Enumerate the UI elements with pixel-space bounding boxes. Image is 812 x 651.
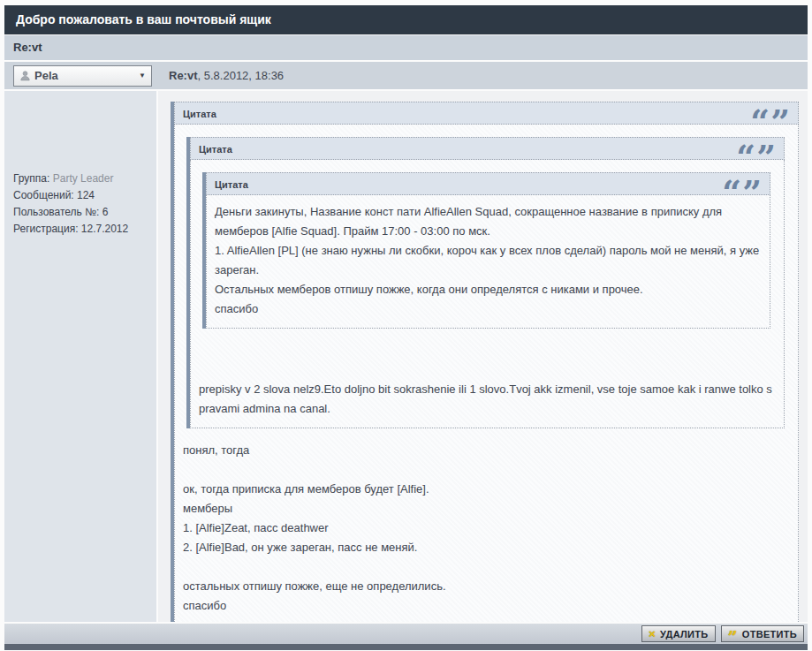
user-info-row: Регистрация: 12.7.2012 [13, 221, 151, 238]
quote-block-level1: Цитата “” Цитата “” Цитата [171, 102, 799, 622]
quote-block-level3: Цитата “” Деньги закинуты, Название конс… [202, 172, 770, 329]
reply-button[interactable]: ” ОТВЕТИТЬ [721, 625, 804, 642]
quote-label: Цитата [207, 173, 248, 190]
quote-text-line: 1. [Alfie]Zeat, пасс deathwer [179, 519, 789, 538]
quote-text-line: мемберы [179, 499, 789, 519]
field-label: Сообщений: [13, 189, 74, 201]
subject-bar: Re:vt [4, 35, 808, 60]
reply-button-label: ОТВЕТИТЬ [742, 629, 797, 640]
reply-quote-icon: ” [728, 629, 738, 646]
quote-body: Цитата “” Деньги закинуты, Название конс… [190, 160, 785, 428]
quote-label: Цитата [175, 102, 216, 119]
quote-text-line: ок, тогда приписка для мемберов будет [A… [179, 480, 789, 499]
quote-marks-icon: “” [736, 139, 777, 176]
footer-divider [4, 644, 808, 650]
quote-text-line: Деньги закинуты, Название конст пати Alf… [211, 202, 761, 241]
quote-header: Цитата “” [174, 102, 799, 125]
quote-text-line: спасибо [211, 299, 761, 319]
field-value: Party Leader [53, 172, 114, 185]
quote-text-line [195, 360, 775, 380]
user-info-row: Группа: Party Leader [13, 170, 151, 187]
quote-marks-icon: “” [750, 103, 791, 140]
quote-label: Цитата [191, 138, 232, 155]
sender-select[interactable]: Pela ▼ [13, 65, 152, 87]
quote-text-line: остальных отпишу пожже, еще не определил… [179, 577, 789, 596]
meta-subject: Re:vt [169, 69, 198, 82]
field-value: 124 [77, 189, 95, 201]
user-icon [19, 70, 31, 82]
field-label: Пользователь №: [13, 206, 99, 218]
quote-text-line: prepisky v 2 slova nelz9.Eto doljno bit … [195, 380, 775, 419]
quote-marks-icon: “” [722, 174, 763, 211]
quote-text-line: 2. [Alfie]Bad, он уже зареган, пасс не м… [179, 538, 789, 557]
message-meta-row: Pela ▼ Re:vt, 5.8.2012, 18:36 [4, 62, 808, 89]
pm-page: Добро пожаловать в ваш почтовый ящик Re:… [0, 0, 812, 651]
quote-block-level2: Цитата “” Цитата “” Деньги закинуты, На [186, 137, 785, 428]
quote-text-line: 1. AlfieAllen [PL] (не знаю нужны ли ско… [211, 241, 761, 280]
quote-header: Цитата “” [190, 137, 785, 160]
quote-text-line: Остальных мемберов отпишу пожже, когда о… [211, 280, 761, 299]
page-title: Добро пожаловать в ваш почтовый ящик [4, 5, 808, 34]
quote-header: Цитата “” [206, 172, 770, 195]
field-value: 6 [102, 206, 109, 218]
user-info-row: Сообщений: 124 [13, 187, 151, 204]
delete-x-icon: × [649, 628, 656, 640]
quote-text-line [179, 557, 789, 577]
message-body-panel: Цитата “” Цитата “” Цитата [158, 91, 808, 622]
quote-text-line [195, 341, 775, 360]
delete-button-label: УДАЛИТЬ [660, 629, 709, 640]
quote-text-line: понял, тогда [179, 441, 789, 460]
delete-button[interactable]: × УДАЛИТЬ [641, 625, 715, 642]
quote-text-line: спасибо [179, 596, 789, 616]
field-value: 12.7.2012 [81, 223, 128, 235]
chevron-down-icon: ▼ [139, 72, 146, 79]
meta-date: , 5.8.2012, 18:36 [198, 69, 285, 82]
quote-body: Деньги закинуты, Название конст пати Alf… [206, 195, 770, 329]
sender-name: Pela [34, 69, 58, 82]
field-label: Группа: [13, 172, 49, 185]
action-bar: × УДАЛИТЬ ” ОТВЕТИТЬ [4, 624, 808, 644]
field-label: Регистрация: [13, 223, 78, 235]
quote-body: Цитата “” Цитата “” Деньги закинуты, На [174, 125, 799, 622]
user-info-row: Пользователь №: 6 [13, 204, 151, 221]
message-subject-date: Re:vt, 5.8.2012, 18:36 [169, 69, 284, 82]
quote-text-line [179, 460, 789, 480]
user-info-sidebar: Группа: Party Leader Сообщений: 124 Поль… [4, 91, 156, 622]
content-row: Группа: Party Leader Сообщений: 124 Поль… [4, 91, 808, 622]
